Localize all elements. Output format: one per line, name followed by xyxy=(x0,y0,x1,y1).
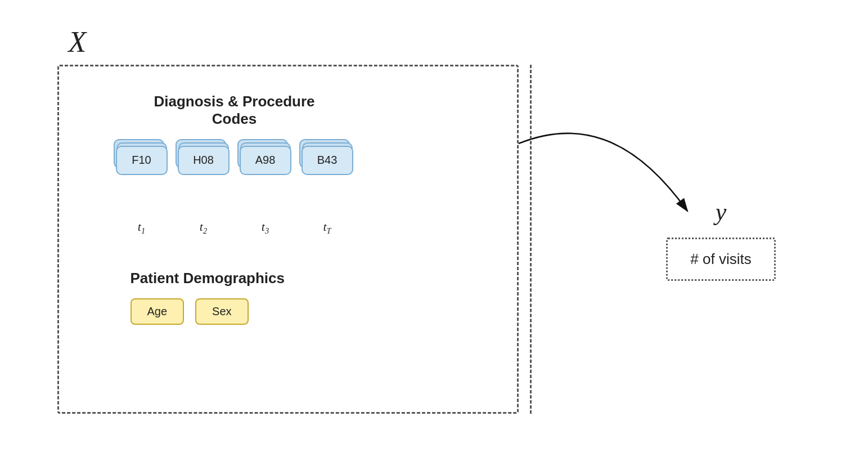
x-content-area: Diagnosis & ProcedureCodes F10 t1 xyxy=(57,65,519,414)
visits-box: # of visits xyxy=(666,238,775,281)
diagnosis-title: Diagnosis & ProcedureCodes xyxy=(154,93,314,128)
age-card: Age xyxy=(131,298,185,325)
diagnosis-section: Diagnosis & ProcedureCodes F10 t1 xyxy=(114,93,356,241)
card-front-f10: F10 xyxy=(116,146,168,175)
card-stack-2: H08 xyxy=(176,139,232,181)
code-group-1: F10 t1 xyxy=(114,139,170,236)
time-label-2: t2 xyxy=(200,220,207,236)
code-group-3: A98 t3 xyxy=(237,139,294,236)
card-front-b43: B43 xyxy=(302,146,353,175)
card-stack-1: F10 xyxy=(114,139,170,181)
card-stack-3: A98 xyxy=(237,139,294,181)
sex-card: Sex xyxy=(195,298,248,325)
visits-label: # of visits xyxy=(690,250,751,267)
code-group-2: H08 t2 xyxy=(176,139,232,236)
time-label-3: t3 xyxy=(262,220,269,236)
vertical-separator xyxy=(530,65,532,414)
demographics-section: Patient Demographics Age Sex xyxy=(114,270,285,325)
y-section: y # of visits xyxy=(626,65,817,414)
time-label-T: tT xyxy=(323,220,331,236)
x-title: X xyxy=(69,25,87,59)
code-groups: F10 t1 H08 t2 xyxy=(114,139,356,236)
card-front-a98: A98 xyxy=(240,146,291,175)
card-front-h08: H08 xyxy=(178,146,230,175)
card-stack-4: B43 xyxy=(299,139,356,181)
demographics-title: Patient Demographics xyxy=(131,270,285,287)
code-group-4: B43 tT xyxy=(299,139,356,236)
time-label-1: t1 xyxy=(138,220,145,236)
y-label: y xyxy=(716,198,727,226)
demographics-cards: Age Sex xyxy=(131,298,249,325)
